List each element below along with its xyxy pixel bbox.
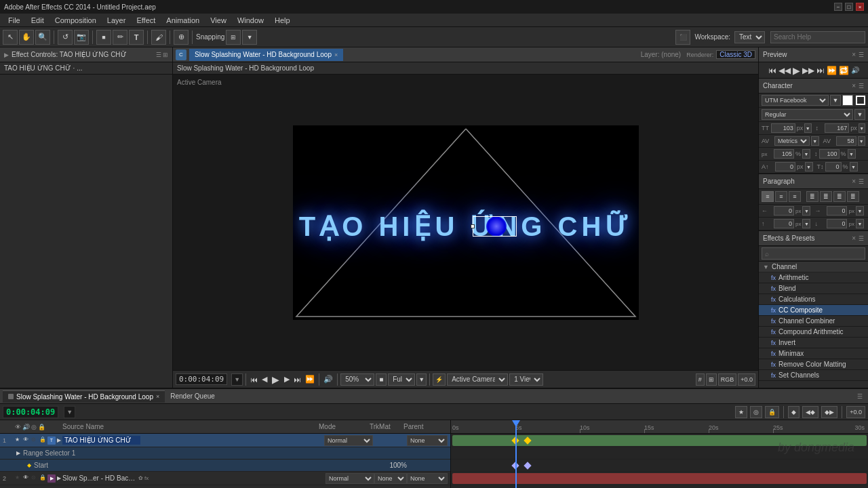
font-size-spin[interactable]: ▼ bbox=[804, 123, 811, 133]
layer-1-solo[interactable]: ⊙ bbox=[31, 436, 38, 445]
range-selector-expand[interactable]: ▶ bbox=[16, 450, 20, 456]
snapping-toggle[interactable]: ⊞ bbox=[226, 30, 241, 45]
space-after-input[interactable] bbox=[827, 219, 847, 228]
transport-last[interactable]: ⏭ bbox=[292, 375, 302, 384]
font-size-input[interactable] bbox=[771, 123, 795, 133]
tool-rotate[interactable]: ↺ bbox=[58, 30, 73, 45]
tl-enable-lock[interactable]: 🔒 bbox=[765, 406, 779, 418]
fx-item-invert[interactable]: fx Invert bbox=[759, 338, 868, 348]
align-right[interactable]: ≡ bbox=[789, 191, 801, 202]
tl-enable-solo[interactable]: ◎ bbox=[750, 406, 762, 418]
effects-search-input[interactable] bbox=[762, 247, 865, 260]
fx-item-compound-arithmetic[interactable]: fx Compound Arithmetic bbox=[759, 327, 868, 338]
snap-options[interactable]: ▼ bbox=[242, 30, 257, 45]
font-style-select[interactable]: Regular bbox=[762, 109, 853, 120]
prev-fwd-btn[interactable]: ▶▶ bbox=[802, 66, 814, 75]
maximize-btn[interactable]: □ bbox=[845, 3, 853, 11]
layer-2-solo[interactable]: ⊙ bbox=[31, 474, 38, 483]
prev-first-btn[interactable]: ⏮ bbox=[768, 66, 776, 75]
font-style-menu-btn[interactable]: ▼ bbox=[854, 109, 865, 120]
scale-h-spin[interactable]: ▼ bbox=[802, 149, 810, 159]
line-height-spin[interactable]: ▼ bbox=[859, 123, 865, 133]
menu-edit[interactable]: Edit bbox=[26, 15, 50, 26]
scale-v-spin[interactable]: ▼ bbox=[848, 149, 856, 159]
transport-next-frame[interactable]: ▶ bbox=[283, 375, 291, 384]
character-menu[interactable]: ☰ bbox=[859, 83, 864, 89]
paragraph-menu[interactable]: ☰ bbox=[859, 178, 864, 185]
color-swatch-stroke[interactable] bbox=[856, 96, 865, 105]
justify-all[interactable]: ≣ bbox=[847, 191, 859, 202]
fx-item-blend[interactable]: fx Blend bbox=[759, 283, 868, 294]
baseline-input[interactable] bbox=[775, 162, 795, 171]
timeline-tab-active[interactable]: Slow Splashing Water - HD Background Loo… bbox=[3, 390, 165, 403]
fx-item-set-channels[interactable]: fx Set Channels bbox=[759, 370, 868, 381]
audio-toggle[interactable]: 🔊 bbox=[322, 375, 334, 384]
tool-rect[interactable]: ■ bbox=[96, 30, 111, 45]
minimize-btn[interactable]: − bbox=[834, 3, 842, 11]
effects-close[interactable]: × bbox=[852, 235, 856, 242]
transport-ram-preview[interactable]: ⏩ bbox=[304, 375, 316, 384]
prev-last-btn[interactable]: ⏭ bbox=[816, 66, 825, 75]
justify-right[interactable]: ≣ bbox=[833, 191, 846, 202]
zoom-select[interactable]: 50% bbox=[340, 373, 374, 386]
font-select[interactable]: UTM Facebook bbox=[762, 95, 829, 106]
kern-spin[interactable]: ▼ bbox=[811, 136, 818, 146]
camera-view-select[interactable]: Active Camera bbox=[447, 373, 508, 386]
transport-play[interactable]: ▶ bbox=[270, 374, 281, 385]
scale-v-input[interactable] bbox=[819, 149, 840, 159]
layer-2-vis[interactable]: 👁 bbox=[23, 474, 30, 483]
fx-item-channel-combiner[interactable]: fx Channel Combiner bbox=[759, 316, 868, 327]
space-after-spin[interactable]: ▼ bbox=[856, 219, 864, 228]
fx-item-cc-composite[interactable]: fx CC Composite bbox=[759, 305, 868, 316]
indent-right-spin[interactable]: ▼ bbox=[856, 206, 864, 216]
fx-item-minimax[interactable]: fx Minimax bbox=[759, 348, 868, 359]
preview-panel-menu[interactable]: ☰ bbox=[859, 52, 864, 58]
tool-pen[interactable]: ✏ bbox=[113, 30, 127, 45]
layer-2-mode[interactable]: Normal bbox=[326, 473, 374, 484]
quality-down[interactable]: ▼ bbox=[416, 373, 427, 386]
tracking-spin[interactable]: ▼ bbox=[858, 136, 865, 146]
prev-loop-btn[interactable]: 🔁 bbox=[839, 66, 849, 75]
menu-composition[interactable]: Composition bbox=[50, 15, 102, 26]
space-before-input[interactable] bbox=[774, 219, 794, 228]
tool-brush[interactable]: 🖌 bbox=[151, 30, 166, 45]
kern-select[interactable]: Metrics bbox=[774, 136, 810, 146]
font-menu-btn[interactable]: ▼ bbox=[830, 95, 841, 106]
tool-hand[interactable]: ✋ bbox=[19, 30, 34, 45]
tl-mode-btn[interactable]: +0.0 bbox=[846, 406, 865, 418]
fx-item-arithmetic[interactable]: fx Arithmetic bbox=[759, 272, 868, 283]
tl-jump-keyframe[interactable]: ◀◆ bbox=[802, 406, 818, 418]
layer-1-mode[interactable]: Normal bbox=[324, 435, 373, 446]
align-left[interactable]: ≡ bbox=[762, 191, 774, 202]
paragraph-close[interactable]: × bbox=[852, 178, 856, 185]
view-count-select[interactable]: 1 View bbox=[509, 373, 543, 386]
baseline-spin[interactable]: ▼ bbox=[805, 162, 813, 171]
safe-zones-btn[interactable]: ⊞ bbox=[706, 373, 717, 386]
preview-panel-close[interactable]: × bbox=[852, 51, 856, 58]
preview-toggle[interactable]: ⬛ bbox=[675, 30, 690, 45]
layer-1-shy[interactable]: ★ bbox=[15, 436, 22, 445]
tool-text[interactable]: T bbox=[129, 30, 144, 45]
timeline-tab-close[interactable]: × bbox=[156, 393, 159, 400]
space-before-spin[interactable]: ▼ bbox=[802, 219, 810, 228]
justify-left[interactable]: ≣ bbox=[806, 191, 818, 202]
menu-layer[interactable]: Layer bbox=[102, 15, 132, 26]
prev-audio-btn[interactable]: 🔊 bbox=[851, 66, 859, 74]
tl-add-marker[interactable]: ◆ bbox=[788, 406, 800, 418]
menu-effect[interactable]: Effect bbox=[131, 15, 161, 26]
menu-view[interactable]: View bbox=[205, 15, 232, 26]
indent-left-spin[interactable]: ▼ bbox=[802, 206, 810, 216]
line-height-input[interactable] bbox=[825, 123, 849, 133]
fast-preview[interactable]: ⚡ bbox=[433, 373, 446, 386]
indent-left-input[interactable] bbox=[774, 206, 794, 216]
comp-tab-close[interactable]: × bbox=[334, 52, 338, 58]
menu-window[interactable]: Window bbox=[232, 15, 269, 26]
close-btn[interactable]: × bbox=[856, 3, 864, 11]
keyframe-start[interactable] bbox=[511, 462, 519, 469]
effects-menu[interactable]: ☰ bbox=[859, 235, 864, 242]
transport-first[interactable]: ⏮ bbox=[249, 375, 259, 384]
prev-play-btn[interactable]: ▶ bbox=[793, 65, 800, 76]
exposure-btn[interactable]: +0.0 bbox=[738, 373, 755, 386]
timeline-expand[interactable]: ☰ bbox=[857, 393, 863, 400]
layer-row-2[interactable]: 2 ★ 👁 ⊙ 🔒 ▶ ▶ Slow Sp...er - HD Backgrou… bbox=[0, 472, 450, 485]
